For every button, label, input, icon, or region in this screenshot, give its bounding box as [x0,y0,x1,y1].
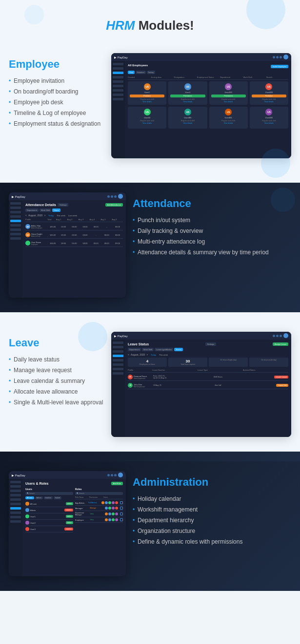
feature-item: Department hierarchy [133,517,291,524]
feature-item: Daily tracking & overview [133,227,291,234]
month-navigation: < August, 2020 > Today This week Last we… [25,214,123,217]
page-title-label: All Employees [128,64,148,67]
sidebar-item-leave [113,355,123,357]
attendance-row: User Name Employee 184:00 08:00 09:00 08… [25,240,123,247]
user-row: User1 active [25,513,73,520]
app-logo: ▶ PayDay [114,334,128,338]
sidebar [111,340,125,437]
employee-card: US User481 Regular work shift View detai… [209,107,248,129]
feature-item: Holiday calendar [133,495,291,502]
sidebar-item [113,80,123,83]
status-badge: inactive [64,509,73,511]
leave-content: Leave Status Settings Assign Leave Depar… [125,340,291,437]
attendance-text-block: Attendance Punch in/out system Daily tra… [133,192,291,260]
sidebar [111,61,125,158]
role-row: Employee View [75,517,123,523]
status-badge: inactive [64,528,73,530]
settings-button[interactable]: Settings [205,342,216,346]
attendance-feature-list: Punch in/out system Daily tracking & ove… [133,217,291,256]
employee-cards-row2: US User43 Regular work shift View detail… [128,107,288,129]
administration-screenshot: ▶ PayDay [9,471,126,576]
user-row: User3 inactive [25,526,73,532]
app-logo: ▶ PayDay [12,195,25,198]
filter-row[interactable]: Row [128,71,135,74]
employee-card: US User400 Probation Regular work shift … [250,81,288,105]
employee-section: Employee Employee invitation On boarding… [0,43,300,173]
sidebar-item [113,63,123,65]
sidebar-item [113,85,123,87]
feature-item: Organization structure [133,528,291,534]
leave-filters: Department Work Shift Leave type/Action … [128,348,288,351]
feature-item: Employment status & designation [9,120,106,127]
status-badge: active [66,515,73,518]
invite-button[interactable]: Invite Employee [271,65,288,68]
employee-feature-list: Employee invitation On boarding/off boar… [9,77,106,127]
administration-heading: Administration [133,476,291,489]
feature-item: Manage leave request [9,367,106,374]
administration-text-block: Administration Holiday calendar Workshif… [133,471,291,549]
app-logo: ▶ PayDay [12,474,25,477]
feature-item: Punch in/out system [133,217,291,224]
sidebar [9,479,22,576]
user-row: Admin inactive [25,507,73,513]
user-row: All user active [25,501,73,507]
main-content: All Employees Invite Employee Row Detail… [125,61,291,158]
leave-row: JD John Doe Main Department 19 Aug, 25 4… [128,382,288,389]
employee-card: US User482 Regular work shift View detai… [250,107,288,129]
feature-item: Workshift management [133,506,291,513]
user-avatar [283,333,288,338]
attendance-heading: Attendance [133,197,291,210]
employee-card: US User1 Probation Regular work shift Vi… [128,81,166,105]
attendance-row: SK Steve Knight Admin & Emp 185:00 09:00… [25,231,123,239]
leave-feature-list: Daily leave status Manage leave request … [9,356,106,406]
employee-card: US User485 Regular work shift View detai… [168,107,207,129]
administration-section: ▶ PayDay [0,461,300,591]
table-header: Created Joining date Designation Employm… [128,76,288,80]
employee-screenshot: ▶ PayDay [111,53,291,158]
role-row: Manager Manage [75,506,123,511]
sidebar-item [113,94,123,96]
employee-cards: US User1 Probation Regular work shift Vi… [128,81,288,105]
attendance-row: AS Arthur Star Admin Employee 185:00 09:… [25,223,123,230]
role-row: App Admin Full Access [75,500,123,506]
user-search[interactable]: 🔍 Search [25,492,73,495]
employee-card: US User1 Permanent Regular work shift Vi… [168,81,207,105]
status-badge: active [66,521,73,524]
feature-item: Employee invitation [9,77,106,84]
tab-filters: Row Detailed Salary [128,71,288,74]
filter-detailed[interactable]: Detailed [136,71,146,74]
leave-stats: 4 Employees on leave 30 Total leave requ… [128,358,288,367]
attendance-filters: Department Work Shift Users [25,208,123,212]
leave-section: Leave Daily leave status Manage leave re… [0,322,300,452]
feature-item: Employee job desk [9,99,106,106]
roles-panel: Roles 🔍 Search Role Name Permission User… [75,488,123,532]
employee-card: US User43 Regular work shift View detail… [128,107,166,129]
role-search[interactable]: 🔍 Search [75,492,123,495]
add-attendance-button[interactable]: Add Attendance [105,203,123,207]
employee-text-block: Employee Employee invitation On boarding… [9,53,106,131]
employee-heading: Employee [9,58,106,71]
feature-item: Multi-entry attendance log [133,238,291,245]
employee-card: US User100 Permanent Regular work shift … [209,81,248,105]
sidebar [9,200,22,298]
feature-item: Allocate leave allowance [9,388,106,395]
users-roles-layout: Users 🔍 Search All user Admin Inactive I… [25,488,123,532]
sidebar-item-administration [10,507,21,510]
filter-salary[interactable]: Salary [147,71,155,74]
month-navigation: < August, 2020 > Today This week [128,353,288,356]
attendance-content: Attendance Details Settings Add Attendan… [22,200,126,298]
admin-content: Users & Roles Add Role Users 🔍 Search [22,479,126,576]
feature-item: Attendance details & summary view by tim… [133,249,291,256]
feature-item: On boarding/off boarding [9,88,106,95]
administration-feature-list: Holiday calendar Workshift management De… [133,495,291,545]
app-logo: ▶ PayDay [114,56,128,59]
feature-item: Daily leave status [9,356,106,363]
attendance-section: ▶ PayDay [0,183,300,312]
assign-leave-button[interactable]: Assign Leave [273,342,288,346]
user-avatar [118,194,123,199]
add-role-button[interactable]: Add Role [111,482,123,485]
settings-button[interactable]: Settings [58,203,68,207]
leave-row: EF Emanuel Favre Sales Department From: … [128,374,288,381]
attendance-screenshot: ▶ PayDay [9,192,126,298]
user-row: User2 active [25,520,73,526]
